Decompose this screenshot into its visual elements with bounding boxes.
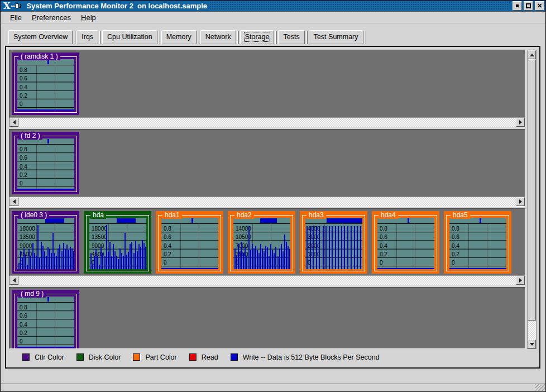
data-spike bbox=[49, 249, 50, 269]
data-spike bbox=[133, 253, 135, 269]
data-spike bbox=[128, 252, 129, 269]
tab-system-overview[interactable]: System Overview bbox=[8, 30, 73, 44]
y-axis-label: 9000 bbox=[92, 243, 104, 249]
data-spike bbox=[284, 235, 285, 269]
data-spike bbox=[248, 226, 250, 269]
chart-title: hda bbox=[90, 212, 106, 219]
ctlr-color-swatch bbox=[22, 353, 30, 361]
chart-plot: 0.80.60.40.20 bbox=[161, 224, 218, 269]
tab-irqs[interactable]: Irqs bbox=[76, 30, 98, 44]
chart-grid: 0.80.60.40.20 bbox=[449, 224, 506, 266]
data-spike bbox=[20, 251, 21, 269]
menu-help[interactable]: Help bbox=[76, 12, 101, 23]
window-menu-pushpin-icon[interactable] bbox=[11, 3, 21, 8]
tab-tests[interactable]: Tests bbox=[278, 30, 304, 44]
scroll-left-button[interactable] bbox=[9, 276, 18, 285]
chart-hda1: hda1 0.80.60.40.20 bbox=[156, 211, 223, 274]
arrow-right-icon bbox=[519, 120, 522, 125]
data-spike bbox=[323, 226, 324, 269]
y-axis-label: 0.6 bbox=[20, 313, 27, 319]
row-viewport: ( ide0 3 ) 1800013500900045000 hda 18000… bbox=[9, 209, 525, 275]
data-spike bbox=[246, 256, 247, 269]
y-axis-label: 0.6 bbox=[20, 155, 27, 161]
menu-preferences[interactable]: Preferences bbox=[27, 12, 76, 23]
chart-position-marker bbox=[480, 218, 481, 223]
chart-strip: ( fd 2 ) 0.80.60.40.20 bbox=[9, 130, 525, 197]
data-spike bbox=[54, 253, 55, 269]
zero-baseline bbox=[377, 268, 434, 269]
data-spike bbox=[267, 247, 268, 269]
scroll-down-button[interactable] bbox=[528, 340, 536, 348]
tab-memory[interactable]: Memory bbox=[161, 30, 197, 44]
close-icon: ✕ bbox=[537, 3, 542, 9]
data-spike bbox=[100, 247, 102, 270]
horizontal-scroll-track[interactable] bbox=[18, 197, 516, 206]
tab-cpu-utilization[interactable]: Cpu Utilization bbox=[102, 30, 157, 44]
legend-item-ctlr: Ctlr Color bbox=[22, 353, 64, 361]
data-spike bbox=[121, 253, 122, 269]
data-spike bbox=[47, 247, 49, 270]
tab-network[interactable]: Network bbox=[200, 30, 236, 44]
write-color-swatch bbox=[231, 353, 238, 361]
tab-storage[interactable]: Storage bbox=[240, 30, 275, 44]
data-spike bbox=[56, 256, 57, 269]
data-spike bbox=[97, 256, 98, 269]
y-axis-label: 9000 bbox=[20, 243, 32, 249]
data-spike bbox=[306, 226, 308, 269]
data-spike bbox=[272, 250, 273, 269]
y-axis-label: 0 bbox=[20, 181, 23, 187]
title-bar[interactable]: X System Performance Monitor 2 on localh… bbox=[1, 1, 545, 12]
chart-grid: 0.80.60.40.20 bbox=[17, 145, 74, 187]
data-spike bbox=[116, 256, 117, 269]
horizontal-scroll-track[interactable] bbox=[18, 276, 516, 285]
data-spike bbox=[138, 244, 140, 269]
chart-area: 1800013500900045000 bbox=[17, 218, 74, 269]
chart-plot: 40003000200010000 bbox=[305, 224, 362, 269]
chart-title: hda3 bbox=[306, 212, 326, 219]
data-spike bbox=[70, 247, 71, 270]
data-spike bbox=[262, 248, 263, 269]
data-spike bbox=[277, 256, 279, 269]
data-spike bbox=[137, 251, 138, 269]
y-axis-label: 0.2 bbox=[380, 252, 387, 257]
scroll-right-button[interactable] bbox=[516, 197, 525, 206]
arrow-down-icon bbox=[530, 343, 534, 346]
data-spike bbox=[68, 250, 69, 269]
data-spike bbox=[18, 263, 20, 269]
legend-item-disk: Disk Color bbox=[76, 353, 121, 361]
scroll-left-button[interactable] bbox=[9, 118, 18, 127]
maximize-button[interactable] bbox=[524, 1, 533, 11]
data-spike bbox=[143, 243, 145, 269]
data-spike bbox=[135, 241, 136, 269]
tab-test-summary[interactable]: Test Summary bbox=[309, 30, 363, 44]
data-spike bbox=[36, 256, 37, 269]
data-spike bbox=[114, 251, 116, 269]
resize-grip[interactable] bbox=[535, 384, 545, 391]
data-spike bbox=[34, 253, 35, 269]
menu-file[interactable]: File bbox=[5, 12, 27, 23]
scroll-right-button[interactable] bbox=[516, 118, 525, 127]
data-spike bbox=[106, 225, 107, 269]
scroll-left-button[interactable] bbox=[9, 197, 18, 206]
vertical-scrollbar[interactable] bbox=[527, 50, 537, 349]
close-button[interactable]: ✕ bbox=[535, 1, 544, 11]
scroll-up-button[interactable] bbox=[528, 50, 536, 59]
horizontal-scrollbar[interactable] bbox=[9, 117, 525, 127]
horizontal-scrollbar[interactable] bbox=[9, 275, 525, 285]
scroll-right-button[interactable] bbox=[516, 276, 525, 285]
minimize-button[interactable] bbox=[513, 1, 522, 11]
horizontal-scrollbar[interactable] bbox=[9, 197, 525, 206]
chart-plot: 0.80.60.40.20 bbox=[17, 65, 74, 111]
data-spike bbox=[41, 242, 42, 269]
vertical-scroll-thumb[interactable] bbox=[528, 59, 536, 321]
data-spike bbox=[264, 251, 265, 269]
data-spike bbox=[42, 246, 44, 269]
data-spike bbox=[123, 256, 124, 269]
chart-position-marker bbox=[47, 139, 49, 144]
y-axis-label: 0.2 bbox=[20, 331, 27, 336]
horizontal-scroll-track[interactable] bbox=[18, 118, 516, 127]
data-spike bbox=[279, 248, 280, 269]
chart-hda4: hda4 0.80.60.40.20 bbox=[372, 211, 439, 274]
vertical-scroll-track[interactable] bbox=[528, 321, 536, 340]
storage-device-rows: ( ramdisk 1 ) 0.80.60.40.20 ( fd 2 ) bbox=[9, 50, 525, 349]
